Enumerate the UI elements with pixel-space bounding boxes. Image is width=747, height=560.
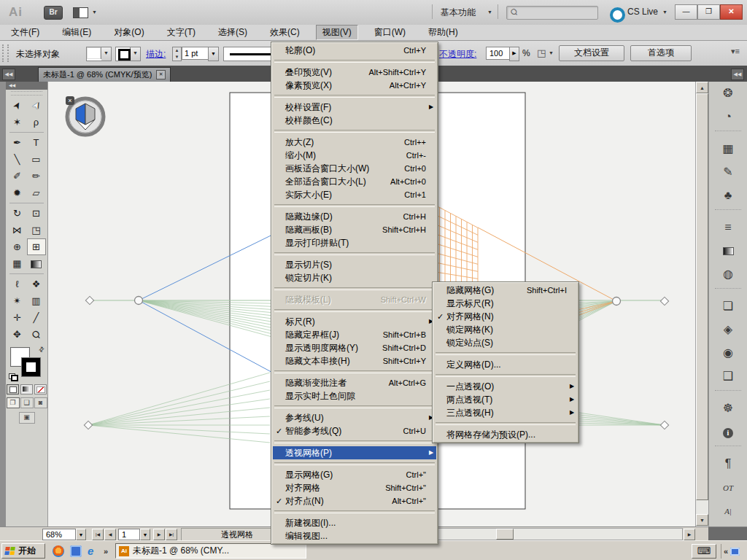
hand-tool[interactable]: ✥ <box>8 326 27 343</box>
menu-item-three-point-perspective[interactable]: 三点透视(H)▶ <box>434 406 577 419</box>
stroke-panel-link[interactable]: 描边: <box>146 48 166 61</box>
menu-item-fit-artboard-in-window[interactable]: 画板适合窗口大小(W)Ctrl+0 <box>273 162 436 175</box>
stroke-color-box[interactable] <box>22 358 40 376</box>
fill-caret-icon[interactable]: ▼ <box>101 47 111 61</box>
menu-item-one-point-perspective[interactable]: 一点透视(O)▶ <box>434 380 577 393</box>
perspective-plane-switcher-widget[interactable]: × <box>64 95 107 139</box>
shape-builder-tool[interactable]: ⊕ <box>8 238 27 255</box>
menu-item-smart-guides[interactable]: ✓智能参考线(Q)Ctrl+U <box>273 424 436 438</box>
scroll-up-icon[interactable]: ▲ <box>696 82 708 93</box>
menubar-item-window[interactable]: 窗口(W) <box>368 25 412 40</box>
stroke-width-caret-icon[interactable]: ▼ <box>208 47 219 61</box>
menu-item-proof-colors[interactable]: 校样颜色(C) <box>273 114 436 127</box>
menu-item-lock-station-point[interactable]: 锁定站点(S) <box>434 336 577 349</box>
stroke-caret-icon[interactable]: ▼ <box>131 47 140 61</box>
rectangle-tool[interactable]: ▭ <box>27 151 46 168</box>
tray-collapse-icon[interactable]: « <box>724 547 728 556</box>
gradient-tool[interactable] <box>27 255 46 272</box>
menubar-item-type[interactable]: 文字(T) <box>160 25 202 40</box>
menu-item-show-live-paint-gaps[interactable]: 显示实时上色间隙 <box>273 389 436 402</box>
pen-tool[interactable]: ✒ <box>8 134 27 151</box>
document-setup-button[interactable]: 文档设置 <box>559 45 624 61</box>
cs-live-menu[interactable]: CS Live <box>627 7 658 17</box>
restore-button[interactable]: ❐ <box>697 4 720 20</box>
workspace-caret-icon[interactable]: ▼ <box>487 9 492 15</box>
menu-item-perspective-grid[interactable]: 透视网格(P)▶ <box>273 446 436 459</box>
menu-item-overprint-preview[interactable]: 叠印预览(V)Alt+Shift+Ctrl+Y <box>273 66 436 79</box>
dock-grip[interactable] <box>715 390 741 395</box>
dock-collapse-icon[interactable]: ◀◀ <box>731 69 744 80</box>
selection-tool[interactable]: ➤ <box>8 97 27 114</box>
swatches-panel-icon[interactable]: ▦ <box>709 137 747 160</box>
scale-tool[interactable]: ⊡ <box>27 205 46 222</box>
fill-color-dropdown[interactable]: ▼ <box>86 47 112 61</box>
dock-grip[interactable] <box>715 209 741 214</box>
paintbrush-tool[interactable]: ✐ <box>8 168 27 184</box>
opacity-panel-link[interactable]: 不透明度: <box>439 48 476 61</box>
menu-item-hide-bounding-box[interactable]: 隐藏定界框(J)Shift+Ctrl+B <box>273 328 436 341</box>
line-segment-tool[interactable]: ╲ <box>8 151 27 168</box>
menu-item-hide-gradient-annotator[interactable]: 隐藏渐变批注者Alt+Ctrl+G <box>273 376 436 389</box>
menu-item-zoom-out[interactable]: 缩小(M)Ctrl+- <box>273 149 436 162</box>
type-tool[interactable]: T <box>27 134 46 151</box>
menu-item-save-grid-as-preset[interactable]: 将网格存储为预设(P)... <box>434 428 577 441</box>
previous-artboard-icon[interactable]: ◀ <box>104 529 116 540</box>
color-button[interactable] <box>7 384 19 394</box>
opacity-field[interactable]: 100 <box>486 47 512 60</box>
menu-item-pixel-preview[interactable]: 像素预览(X)Alt+Ctrl+Y <box>273 79 436 92</box>
menu-item-proof-setup[interactable]: 校样设置(F)▶ <box>273 101 436 114</box>
menu-item-hide-artboards[interactable]: 隐藏画板(B)Shift+Ctrl+H <box>273 223 436 236</box>
tools-panel-collapse-icon[interactable]: ◀◀ <box>6 82 47 90</box>
opacity-caret-icon[interactable]: ▶ <box>509 47 519 61</box>
color-guide-panel-icon[interactable]: ◔ <box>709 105 747 128</box>
menu-item-fit-all-in-window[interactable]: 全部适合窗口大小(L)Alt+Ctrl+0 <box>273 175 436 188</box>
last-artboard-icon[interactable]: ▶| <box>166 529 177 540</box>
menu-item-show-grid[interactable]: 显示网格(G)Ctrl+" <box>273 468 436 481</box>
scroll-right-icon[interactable]: ▶ <box>684 529 695 540</box>
graphic-styles-panel-icon[interactable]: ❏ <box>709 295 747 318</box>
magic-wand-tool[interactable]: ✶ <box>8 114 27 131</box>
menu-item-zoom-in[interactable]: 放大(Z)Ctrl++ <box>273 136 436 149</box>
menu-item-snap-to-point[interactable]: ✓对齐点(N)Alt+Ctrl+" <box>273 494 436 508</box>
column-graph-tool[interactable]: ▥ <box>27 292 46 309</box>
menu-item-edit-views[interactable]: 编辑视图... <box>273 529 436 542</box>
blend-tool[interactable]: ❖ <box>27 276 46 292</box>
swap-fill-stroke-icon[interactable]: ⇄ <box>37 345 46 354</box>
minimize-button[interactable]: — <box>675 4 697 20</box>
menu-item-show-rulers[interactable]: 显示标尺(R) <box>434 297 577 310</box>
stroke-width-field[interactable]: 1 pt <box>182 47 210 60</box>
none-button[interactable] <box>34 384 47 394</box>
draw-inside-mode-button[interactable]: ◙ <box>34 397 47 408</box>
dock-grip[interactable] <box>715 288 741 293</box>
menu-item-define-grid[interactable]: 定义网格(D)... <box>434 358 577 371</box>
eyedropper-tool[interactable]: ℓ <box>8 276 27 292</box>
default-fill-stroke-icon[interactable] <box>9 373 18 381</box>
menubar-item-edit[interactable]: 编辑(E) <box>55 25 98 40</box>
menu-item-show-print-tiling[interactable]: 显示打印拼贴(T) <box>273 236 436 249</box>
menu-item-rulers[interactable]: 标尺(R)▶ <box>273 315 436 328</box>
blob-brush-tool[interactable]: ✹ <box>8 184 27 201</box>
mesh-tool[interactable]: ▦ <box>8 255 27 272</box>
menu-item-show-slices[interactable]: 显示切片(S) <box>273 258 436 271</box>
vertical-scroll-thumb[interactable] <box>696 93 708 500</box>
menu-item-hide-grid[interactable]: 隐藏网格(G)Shift+Ctrl+I <box>434 284 577 297</box>
control-panel-menu-icon[interactable]: ▾≡ <box>731 47 740 56</box>
layers-panel-icon[interactable]: ◈ <box>709 318 747 341</box>
menubar-item-help[interactable]: 帮助(H) <box>422 25 465 40</box>
preferences-button[interactable]: 首选项 <box>630 45 692 61</box>
tab-close-icon[interactable]: ✕ <box>156 70 166 79</box>
direct-selection-tool[interactable]: ➤ <box>27 97 46 114</box>
menu-item-show-transparency-grid[interactable]: 显示透明度网格(Y)Shift+Ctrl+D <box>273 341 436 354</box>
symbol-sprayer-tool[interactable]: ✴ <box>8 292 27 309</box>
tab-scroll-left-icon[interactable]: ◀◀ <box>2 69 15 80</box>
scroll-down-icon[interactable]: ▼ <box>696 514 708 526</box>
zoom-tool[interactable]: Ϙ <box>27 326 46 343</box>
menubar-item-effect[interactable]: 效果(C) <box>263 25 306 40</box>
panel-grip[interactable] <box>2 44 9 62</box>
isolate-caret-icon[interactable]: ▼ <box>549 50 554 55</box>
menu-item-lock-slices[interactable]: 锁定切片(K) <box>273 271 436 284</box>
stroke-width-stepper[interactable]: ▲▼ <box>172 47 182 61</box>
quicklaunch-overflow-icon[interactable]: » <box>104 547 108 556</box>
transparency-panel-icon[interactable]: ◍ <box>709 262 747 286</box>
bridge-button[interactable]: Br <box>44 6 63 20</box>
